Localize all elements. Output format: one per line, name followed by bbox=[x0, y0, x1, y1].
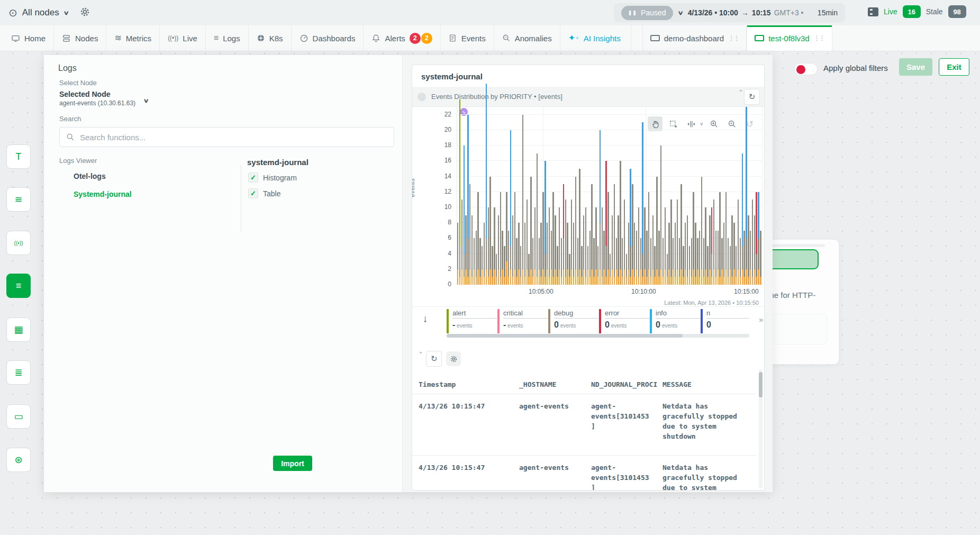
histogram-bar[interactable] bbox=[640, 238, 641, 285]
histogram-bar[interactable] bbox=[658, 231, 659, 285]
histogram-bar[interactable] bbox=[663, 238, 664, 285]
dashboard-tab-demo[interactable]: demo-dashboard ⋮⋮ bbox=[642, 25, 747, 51]
nav-tab-ai-insights[interactable]: ✦✧ AI Insights bbox=[560, 25, 629, 51]
source-item-otel-logs[interactable]: Otel-logs bbox=[74, 172, 106, 180]
histogram-bar[interactable] bbox=[477, 192, 478, 285]
histogram-bar[interactable] bbox=[675, 223, 676, 285]
histogram-bar[interactable] bbox=[648, 192, 649, 285]
histogram-bar[interactable] bbox=[624, 200, 625, 285]
column-header-process[interactable]: ND_JOURNAL_PROCI bbox=[591, 380, 663, 388]
legend-item-n[interactable]: n0 bbox=[701, 309, 749, 333]
nav-tab-logs[interactable]: ≡ Logs bbox=[205, 25, 248, 51]
histogram-bar[interactable] bbox=[589, 231, 591, 285]
histogram-bar[interactable] bbox=[527, 200, 528, 285]
node-select-dropdown[interactable]: Selected Node agent-events (10.30.61.63)… bbox=[59, 90, 135, 107]
histogram-bar[interactable] bbox=[685, 223, 686, 285]
nav-tab-alerts[interactable]: Alerts 2 2 bbox=[363, 25, 440, 51]
histogram-bar[interactable] bbox=[632, 184, 633, 285]
histogram-bar[interactable] bbox=[571, 200, 572, 285]
chevron-down-icon[interactable]: ∨ bbox=[677, 10, 683, 16]
drag-handle-icon[interactable]: ⋮⋮ bbox=[814, 34, 824, 42]
histogram-bar[interactable] bbox=[498, 215, 499, 285]
histogram-bar[interactable] bbox=[494, 207, 495, 285]
horizontal-select-tool-button[interactable] bbox=[684, 116, 698, 131]
settings-gear-button[interactable] bbox=[80, 7, 90, 19]
histogram-bar[interactable] bbox=[667, 254, 668, 285]
save-button[interactable]: Save bbox=[899, 58, 932, 76]
histogram-bar[interactable] bbox=[642, 122, 643, 285]
histogram-bar[interactable] bbox=[731, 215, 732, 285]
histogram-bar[interactable] bbox=[540, 223, 541, 285]
histogram-bar[interactable] bbox=[506, 192, 507, 285]
sidebar-nodes-button[interactable]: ≣ bbox=[6, 360, 31, 385]
histogram-bar[interactable] bbox=[520, 246, 521, 285]
chart-plot-area[interactable]: ∿ ∨ ↺ bbox=[457, 107, 761, 285]
histogram-bar[interactable] bbox=[695, 223, 696, 285]
histogram-bar[interactable] bbox=[476, 231, 477, 285]
histogram-bar[interactable] bbox=[670, 200, 672, 285]
histogram-bar[interactable] bbox=[725, 192, 727, 285]
histogram-bar[interactable] bbox=[719, 192, 720, 285]
histogram-bar[interactable] bbox=[616, 238, 617, 285]
histogram-bar[interactable] bbox=[638, 207, 639, 285]
select-area-tool-button[interactable] bbox=[666, 116, 680, 131]
histogram-bar[interactable] bbox=[575, 177, 576, 285]
sidebar-logs-button[interactable]: ≡ bbox=[6, 274, 31, 298]
histogram-bar[interactable] bbox=[693, 192, 694, 285]
histogram-bar[interactable] bbox=[689, 246, 690, 285]
histogram-bar[interactable] bbox=[486, 84, 487, 285]
histogram-bar[interactable] bbox=[518, 223, 519, 285]
histogram-bar[interactable] bbox=[679, 238, 680, 285]
histogram-bar[interactable] bbox=[673, 238, 674, 285]
histogram-bar[interactable] bbox=[461, 200, 462, 285]
histogram-bar[interactable] bbox=[668, 223, 669, 285]
histogram-bar[interactable] bbox=[514, 192, 515, 285]
histogram-bar[interactable] bbox=[530, 177, 531, 285]
histogram-bar[interactable] bbox=[474, 238, 475, 285]
histogram-bar[interactable] bbox=[760, 231, 761, 285]
histogram-bar[interactable] bbox=[549, 207, 550, 285]
histogram-bar[interactable] bbox=[563, 184, 564, 285]
histogram-bar[interactable] bbox=[593, 238, 594, 285]
histogram-bar[interactable] bbox=[567, 223, 568, 285]
histogram-bar[interactable] bbox=[728, 238, 729, 285]
histogram-bar[interactable] bbox=[610, 254, 611, 285]
table-checkbox-row[interactable]: ✓ Table bbox=[248, 188, 280, 198]
histogram-bar[interactable] bbox=[715, 231, 716, 285]
histogram-bar[interactable] bbox=[467, 115, 468, 285]
dashboard-tab-test[interactable]: test-0f8lv3d ⋮⋮ bbox=[747, 25, 832, 51]
resize-handle-icon[interactable]: " bbox=[740, 89, 742, 96]
resize-handle-icon[interactable]: " bbox=[420, 351, 422, 358]
histogram-bar[interactable] bbox=[569, 254, 570, 285]
histogram-bar[interactable] bbox=[504, 246, 505, 285]
legend-scrollbar-thumb[interactable] bbox=[447, 334, 683, 338]
histogram-bar[interactable] bbox=[492, 246, 493, 285]
histogram-bar[interactable] bbox=[502, 231, 503, 285]
histogram-bar[interactable] bbox=[469, 184, 470, 285]
histogram-bar[interactable] bbox=[464, 146, 465, 285]
histogram-bar[interactable] bbox=[646, 231, 647, 285]
histogram-bar[interactable] bbox=[743, 231, 745, 285]
histogram-bar[interactable] bbox=[742, 153, 743, 285]
histogram-bar[interactable] bbox=[740, 238, 741, 285]
histogram-bar[interactable] bbox=[612, 215, 613, 285]
histogram-bar[interactable] bbox=[471, 215, 473, 285]
table-row[interactable]: 4/13/26 10:15:47agent-eventsagent- event… bbox=[412, 394, 756, 456]
apply-global-filters-toggle[interactable] bbox=[794, 63, 818, 75]
histogram-bar[interactable] bbox=[561, 238, 562, 285]
histogram-bar[interactable] bbox=[488, 207, 489, 285]
histogram-bar[interactable] bbox=[691, 238, 692, 285]
nav-tab-home[interactable]: Home bbox=[3, 25, 53, 51]
green-action-button[interactable] bbox=[765, 249, 819, 269]
histogram-bar[interactable] bbox=[602, 207, 603, 285]
histogram-bar[interactable] bbox=[628, 223, 629, 285]
histogram-bar[interactable] bbox=[489, 177, 491, 285]
histogram-bar[interactable] bbox=[524, 223, 525, 285]
histogram-bar[interactable] bbox=[713, 200, 714, 285]
histogram-bar[interactable] bbox=[738, 200, 739, 285]
histogram-bar[interactable] bbox=[581, 246, 582, 285]
column-header-hostname[interactable]: _HOSTNAME bbox=[519, 380, 591, 388]
histogram-bar[interactable] bbox=[605, 161, 606, 285]
histogram-bar[interactable] bbox=[705, 207, 706, 285]
histogram-bar[interactable] bbox=[723, 223, 724, 285]
